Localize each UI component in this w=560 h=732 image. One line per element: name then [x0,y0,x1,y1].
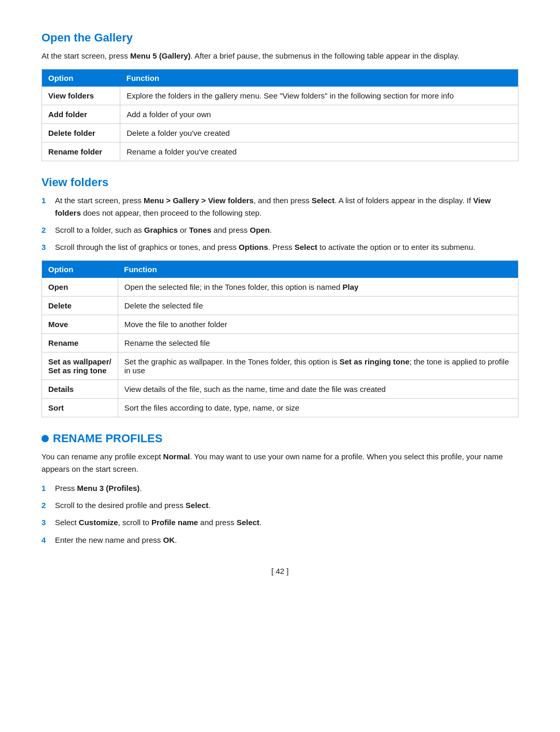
step-text: Scroll to a folder, such as Graphics or … [55,224,272,236]
table-cell: View folders [42,87,120,105]
view-folders-steps: 1 At the start screen, press Menu > Gall… [41,194,519,253]
list-item: 1 Press Menu 3 (Profiles). [41,482,519,494]
gallery-section: Open the Gallery At the start screen, pr… [41,31,519,161]
table-row: Move Move the file to another folder [42,315,519,334]
step-number: 3 [41,516,50,528]
table-cell: Set the graphic as wallpaper. In the Ton… [118,353,518,380]
rename-profiles-steps: 1 Press Menu 3 (Profiles). 2 Scroll to t… [41,482,519,546]
table-cell: Move [42,315,118,334]
table-cell: Delete folder [42,124,120,143]
step-text: Press Menu 3 (Profiles). [55,482,142,494]
table-row: Delete Delete the selected file [42,297,519,315]
step-text: Select Customize, scroll to Profile name… [55,516,262,528]
list-item: 2 Scroll to a folder, such as Graphics o… [41,224,519,236]
table-row: Delete folder Delete a folder you've cre… [42,124,519,143]
rename-profiles-section: RENAME PROFILES You can rename any profi… [41,432,519,546]
step-number: 1 [41,194,50,219]
step-text: Scroll through the list of graphics or t… [55,241,475,253]
step-number: 3 [41,241,50,253]
bullet-icon [41,435,49,442]
list-item: 3 Scroll through the list of graphics or… [41,241,519,253]
rename-profiles-title: RENAME PROFILES [41,432,519,445]
step-number: 2 [41,224,50,236]
gallery-title: Open the Gallery [41,31,519,45]
page-content: Open the Gallery At the start screen, pr… [41,31,519,575]
table-cell: Explore the folders in the gallery menu.… [120,87,519,105]
table-cell: Open the selected file; in the Tones fol… [118,278,518,297]
step-number: 1 [41,482,50,494]
table-cell: Rename the selected file [118,334,518,353]
list-item: 1 At the start screen, press Menu > Gall… [41,194,519,219]
table-row: Open Open the selected file; in the Tone… [42,278,519,297]
table-row: Sort Sort the files according to date, t… [42,399,519,417]
table-cell: View details of the file, such as the na… [118,380,518,399]
table-row: Set as wallpaper/Set as ring tone Set th… [42,353,519,380]
table-cell: Add folder [42,105,120,124]
gallery-intro: At the start screen, press Menu 5 (Galle… [41,50,519,62]
table-cell: Open [42,278,118,297]
table-cell: Rename [42,334,118,353]
view-folders-title: View folders [41,176,519,189]
table-cell: Add a folder of your own [120,105,519,124]
rename-profiles-intro: You can rename any profile except Normal… [41,451,519,475]
table-cell: Sort the files according to date, type, … [118,399,518,417]
vf-col2-header: Function [118,261,518,278]
table-row: View folders Explore the folders in the … [42,87,519,105]
table-cell: Move the file to another folder [118,315,518,334]
step-text: At the start screen, press Menu > Galler… [55,194,519,219]
view-folders-section: View folders 1 At the start screen, pres… [41,176,519,417]
table-cell: Delete a folder you've created [120,124,519,143]
table-row: Add folder Add a folder of your own [42,105,519,124]
step-text: Scroll to the desired profile and press … [55,499,211,511]
table-cell: Set as wallpaper/Set as ring tone [42,353,118,380]
table-cell: Sort [42,399,118,417]
list-item: 4 Enter the new name and press OK. [41,534,519,546]
step-text: Enter the new name and press OK. [55,534,177,546]
rename-profiles-label: RENAME PROFILES [53,432,162,445]
table-cell: Delete the selected file [118,297,518,315]
gallery-col2-header: Function [120,69,519,87]
list-item: 3 Select Customize, scroll to Profile na… [41,516,519,528]
step-number: 2 [41,499,50,511]
table-row: Rename Rename the selected file [42,334,519,353]
table-cell: Rename folder [42,143,120,161]
step-number: 4 [41,534,50,546]
view-folders-table: Option Function Open Open the selected f… [41,260,519,417]
table-row: Details View details of the file, such a… [42,380,519,399]
table-cell: Details [42,380,118,399]
gallery-col1-header: Option [42,69,120,87]
table-cell: Rename a folder you've created [120,143,519,161]
gallery-table: Option Function View folders Explore the… [41,69,519,161]
table-cell: Delete [42,297,118,315]
list-item: 2 Scroll to the desired profile and pres… [41,499,519,511]
vf-col1-header: Option [42,261,118,278]
page-number: [ 42 ] [41,567,519,575]
table-row: Rename folder Rename a folder you've cre… [42,143,519,161]
